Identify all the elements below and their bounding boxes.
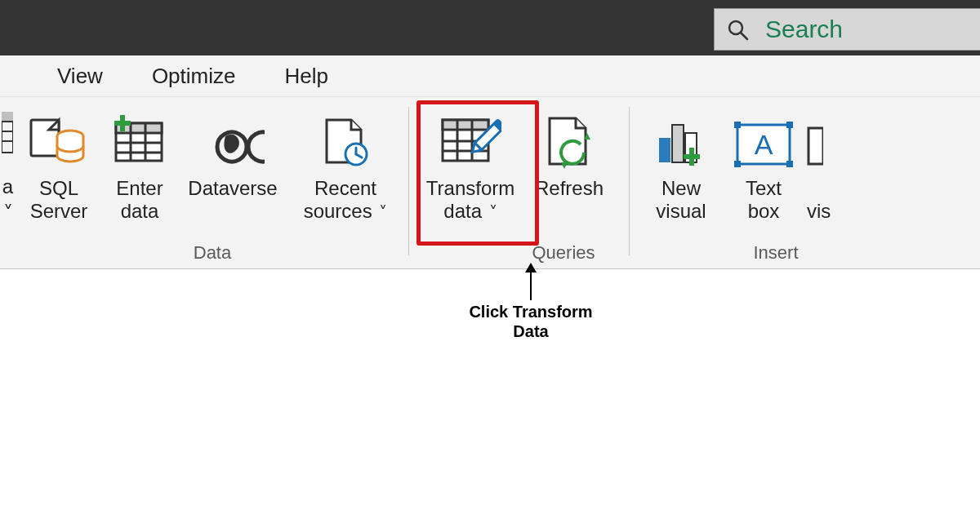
new-visual-label-2: visual bbox=[640, 200, 722, 223]
group-label-insert: Insert bbox=[653, 242, 898, 264]
refresh-label: Refresh bbox=[526, 177, 612, 200]
ribbon: a ˅ SQL Server bbox=[0, 97, 980, 269]
truncated-left-chevron: ˅ bbox=[0, 202, 13, 224]
transform-data-icon bbox=[418, 110, 523, 169]
truncated-right-button[interactable]: vis bbox=[807, 110, 856, 222]
transform-data-label-2: data bbox=[443, 200, 482, 222]
title-bar: Search bbox=[0, 0, 980, 55]
enter-data-label-1: Enter bbox=[103, 177, 176, 200]
group-label-data: Data bbox=[24, 242, 400, 264]
truncated-right-label: vis bbox=[807, 200, 856, 223]
search-icon bbox=[726, 18, 749, 41]
truncated-left-button[interactable]: a ˅ bbox=[0, 126, 13, 224]
svg-rect-39 bbox=[734, 161, 741, 167]
search-box[interactable]: Search bbox=[714, 8, 980, 51]
svg-line-1 bbox=[741, 33, 747, 39]
annotation-line-2: Data bbox=[449, 321, 612, 341]
separator bbox=[629, 107, 630, 255]
sql-server-label-1: SQL bbox=[18, 177, 100, 200]
svg-rect-32 bbox=[672, 125, 684, 162]
enter-data-button[interactable]: Enter data bbox=[103, 110, 176, 222]
refresh-button[interactable]: Refresh bbox=[526, 110, 612, 222]
svg-marker-30 bbox=[561, 162, 568, 169]
annotation-line-1: Click Transform bbox=[449, 302, 612, 321]
dataverse-label: Dataverse bbox=[180, 177, 286, 200]
text-box-button[interactable]: A Text box bbox=[727, 110, 800, 222]
truncated-right-icon bbox=[807, 110, 856, 169]
svg-rect-38 bbox=[786, 122, 793, 128]
refresh-icon bbox=[526, 110, 612, 169]
chevron-down-icon: ˅ bbox=[379, 203, 387, 222]
recent-sources-label-2: sources bbox=[304, 200, 372, 222]
arrow-up-icon bbox=[530, 271, 532, 300]
new-visual-icon bbox=[640, 110, 722, 169]
svg-rect-42 bbox=[808, 128, 823, 164]
sql-server-button[interactable]: SQL Server bbox=[18, 110, 100, 222]
tab-view[interactable]: View bbox=[57, 64, 103, 89]
separator bbox=[408, 107, 409, 255]
ribbon-tabs: View Optimize Help bbox=[0, 55, 980, 97]
new-visual-label-1: New bbox=[640, 177, 722, 200]
search-label: Search bbox=[765, 16, 843, 43]
transform-data-button[interactable]: Transform data ˅ bbox=[418, 110, 523, 222]
enter-data-label-2: data bbox=[103, 200, 176, 223]
recent-sources-icon bbox=[292, 110, 399, 169]
annotation-callout: Click Transform Data bbox=[449, 271, 612, 341]
svg-rect-3 bbox=[2, 122, 13, 153]
enter-data-icon bbox=[103, 110, 176, 169]
svg-text:A: A bbox=[755, 129, 773, 160]
group-label-queries: Queries bbox=[457, 242, 670, 264]
svg-rect-37 bbox=[734, 122, 741, 128]
svg-rect-31 bbox=[659, 138, 670, 162]
recent-sources-label-1: Recent bbox=[292, 177, 399, 200]
text-box-icon: A bbox=[727, 110, 800, 169]
sql-server-icon bbox=[18, 110, 100, 169]
svg-rect-21 bbox=[443, 120, 488, 130]
sql-server-label-2: Server bbox=[18, 200, 100, 223]
recent-sources-button[interactable]: Recent sources ˅ bbox=[292, 110, 399, 222]
tab-help[interactable]: Help bbox=[284, 64, 327, 89]
svg-rect-40 bbox=[786, 161, 793, 167]
dataverse-button[interactable]: Dataverse bbox=[180, 110, 286, 222]
transform-data-label-1: Transform bbox=[418, 177, 523, 200]
truncated-left-label: a bbox=[0, 175, 13, 198]
text-box-label-1: Text bbox=[727, 177, 800, 200]
tab-optimize[interactable]: Optimize bbox=[152, 64, 236, 89]
svg-rect-2 bbox=[2, 112, 13, 122]
chevron-down-icon: ˅ bbox=[489, 203, 497, 222]
new-visual-button[interactable]: New visual bbox=[640, 110, 722, 222]
text-box-label-2: box bbox=[727, 200, 800, 223]
dataverse-icon bbox=[180, 110, 286, 169]
